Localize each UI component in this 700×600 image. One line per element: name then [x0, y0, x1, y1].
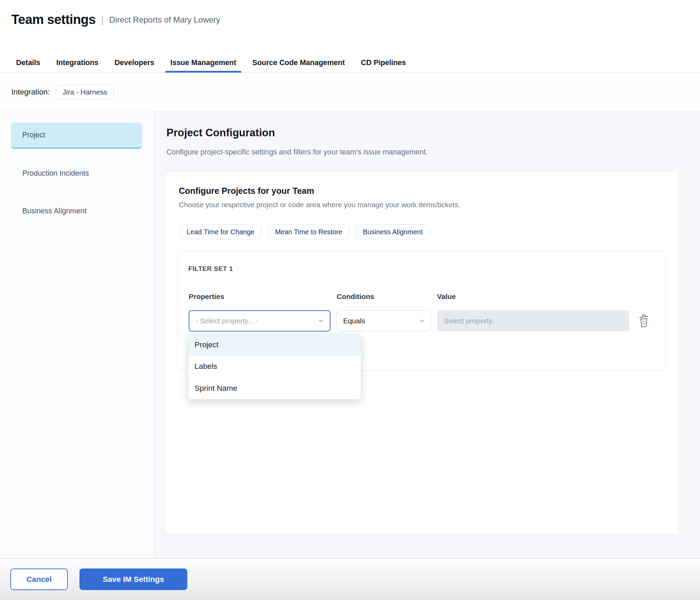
save-im-settings-button[interactable]: Save IM Settings	[79, 568, 187, 590]
property-select[interactable]: - Select property... -	[189, 310, 330, 332]
dropdown-option-sprint-name[interactable]: Sprint Name	[188, 377, 361, 399]
title-row: Team settings | Direct Reports of Mary L…	[11, 12, 220, 27]
column-header-properties: Properties	[189, 292, 330, 301]
chevron-down-icon	[418, 317, 425, 324]
chevron-down-icon	[317, 317, 324, 324]
card-description: Choose your respective project or code a…	[179, 200, 460, 210]
main-content: Project Configuration Configure project-…	[154, 112, 700, 558]
card-title: Configure Projects for your Team	[179, 185, 314, 197]
property-dropdown: Project Labels Sprint Name	[188, 334, 361, 399]
delete-filter-button[interactable]	[636, 313, 651, 329]
tab-cd-pipelines[interactable]: CD Pipelines	[356, 53, 411, 73]
dropdown-option-labels[interactable]: Labels	[188, 356, 361, 378]
condition-select-value: Equals	[343, 317, 365, 325]
sidebar-item-business-alignment[interactable]: Business Alignment	[11, 198, 142, 224]
trash-icon	[638, 313, 650, 328]
tab-label: Details	[16, 59, 40, 67]
sidebar-item-label: Production Incidents	[22, 169, 89, 178]
filter-column-headers: Properties Conditions Value	[189, 292, 629, 301]
scrollbar-track[interactable]	[678, 173, 687, 534]
footer-bar: Cancel Save IM Settings	[0, 558, 700, 600]
title-separator: |	[101, 14, 104, 26]
page-header: Team settings | Direct Reports of Mary L…	[0, 0, 700, 73]
tab-integrations[interactable]: Integrations	[51, 53, 104, 73]
condition-select[interactable]: Equals	[337, 310, 431, 332]
tab-label: Source Code Management	[252, 59, 345, 67]
tab-source-code-management[interactable]: Source Code Management	[247, 53, 350, 73]
chip-mean-time-to-restore[interactable]: Mean Time to Restore	[267, 224, 350, 239]
tab-label: CD Pipelines	[361, 59, 406, 67]
sidebar-item-label: Project	[22, 131, 45, 139]
tab-label: Issue Management	[170, 59, 236, 67]
chip-business-alignment[interactable]: Business Alignment	[355, 224, 430, 239]
tab-developers[interactable]: Developers	[110, 53, 160, 73]
body-area: Project Production Incidents Business Al…	[0, 112, 700, 558]
sidebar-item-production-incidents[interactable]: Production Incidents	[11, 160, 142, 186]
column-header-conditions: Conditions	[337, 292, 431, 301]
column-header-value: Value	[437, 292, 629, 301]
configure-projects-card: Configure Projects for your Team Choose …	[165, 172, 687, 534]
tab-label: Developers	[115, 59, 154, 67]
sidebar: Project Production Incidents Business Al…	[0, 112, 154, 558]
integration-chip[interactable]: Jira - Harness	[56, 85, 114, 99]
chip-lead-time-for-change[interactable]: Lead Time for Change	[179, 224, 262, 239]
tab-bar: Details Integrations Developers Issue Ma…	[11, 53, 411, 73]
dropdown-option-project[interactable]: Project	[188, 334, 361, 356]
property-select-placeholder: - Select property... -	[196, 317, 258, 325]
integration-row: Integration: Jira - Harness	[0, 73, 700, 112]
page-title: Team settings	[11, 12, 96, 27]
tab-label: Integrations	[57, 59, 99, 67]
tab-details[interactable]: Details	[11, 53, 46, 73]
tab-issue-management[interactable]: Issue Management	[165, 53, 241, 73]
section-heading: Project Configuration	[166, 127, 275, 139]
sidebar-item-project[interactable]: Project	[11, 123, 142, 149]
metric-chips-row: Lead Time for Change Mean Time to Restor…	[179, 224, 430, 239]
filter-inputs-row: - Select property... - Equals	[189, 310, 651, 332]
value-input[interactable]	[437, 310, 629, 332]
filter-set-title: FILTER SET 1	[188, 265, 233, 273]
cancel-button[interactable]: Cancel	[10, 568, 68, 590]
sidebar-item-label: Business Alignment	[22, 207, 87, 215]
section-description: Configure project-specific settings and …	[166, 147, 428, 157]
integration-label: Integration:	[11, 88, 50, 97]
page-subtitle: Direct Reports of Mary Lowery	[109, 15, 220, 25]
